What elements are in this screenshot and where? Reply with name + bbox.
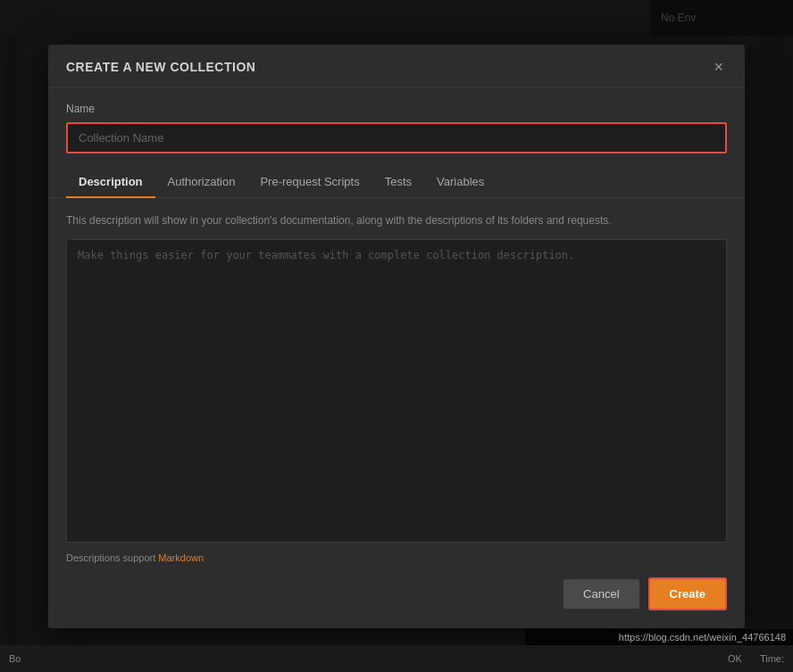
markdown-note-prefix: Descriptions support (66, 552, 158, 563)
name-section: Name (48, 88, 745, 153)
ok-label: OK (728, 653, 742, 664)
watermark-text: https://blog.csdn.net/weixin_44766148 (619, 632, 786, 643)
modal-overlay: CREATE A NEW COLLECTION × Name Descripti… (0, 0, 793, 672)
create-collection-modal: CREATE A NEW COLLECTION × Name Descripti… (48, 45, 745, 628)
tab-variables[interactable]: Variables (424, 166, 497, 197)
bottom-bar-right: OK Time: (728, 653, 784, 664)
bottom-bar: Bo OK Time: (0, 645, 793, 672)
watermark: https://blog.csdn.net/weixin_44766148 (525, 629, 793, 645)
tab-pre-request-scripts[interactable]: Pre-request Scripts (247, 166, 371, 197)
tabs-container: Description Authorization Pre-request Sc… (48, 166, 745, 198)
modal-close-button[interactable]: × (710, 59, 727, 75)
create-button[interactable]: Create (648, 577, 727, 610)
name-label: Name (66, 103, 727, 115)
modal-title: CREATE A NEW COLLECTION (66, 60, 255, 74)
time-label: Time: (760, 653, 784, 664)
collection-name-input[interactable] (66, 122, 727, 153)
markdown-note: Descriptions support Markdown (48, 545, 745, 563)
cancel-button[interactable]: Cancel (563, 579, 639, 609)
description-info-text: This description will show in your colle… (66, 212, 727, 228)
description-textarea[interactable] (66, 239, 727, 543)
modal-header: CREATE A NEW COLLECTION × (48, 45, 745, 88)
tab-authorization[interactable]: Authorization (155, 166, 248, 197)
description-section: This description will show in your colle… (48, 198, 745, 545)
bottom-left-label: Bo (9, 653, 21, 664)
tab-description[interactable]: Description (66, 166, 155, 197)
modal-footer: Cancel Create (48, 563, 745, 610)
markdown-link[interactable]: Markdown (158, 552, 204, 563)
tab-tests[interactable]: Tests (372, 166, 424, 197)
